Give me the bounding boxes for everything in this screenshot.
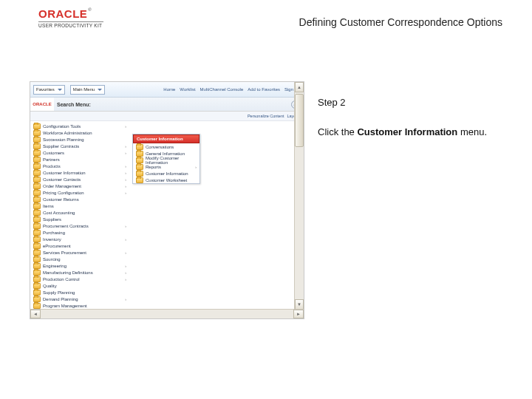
folder-icon bbox=[33, 263, 41, 269]
menu-item-label: Customer Contacts bbox=[43, 177, 81, 182]
menu-item[interactable]: Workforce Administration bbox=[33, 129, 129, 136]
menu-item-label: Order Management bbox=[43, 184, 81, 188]
chevron-right-icon: › bbox=[125, 164, 126, 168]
folder-icon bbox=[33, 236, 41, 242]
scroll-track[interactable] bbox=[295, 147, 304, 299]
folder-icon bbox=[33, 170, 41, 176]
menu-item[interactable]: Pricing Configuration› bbox=[33, 189, 129, 196]
instruction-post: menu. bbox=[457, 126, 487, 137]
folder-icon bbox=[33, 303, 41, 309]
scroll-thumb[interactable] bbox=[295, 94, 304, 147]
app-secondbar: ORACLE Search Menu: ≪ bbox=[30, 98, 304, 112]
menu-item-label: Customer Information bbox=[43, 171, 86, 175]
menu-item[interactable]: Customer Returns bbox=[33, 196, 129, 202]
folder-icon bbox=[33, 163, 41, 169]
folder-icon bbox=[33, 270, 41, 276]
menu-item[interactable]: Cost Accounting bbox=[33, 209, 129, 216]
folder-icon bbox=[33, 177, 41, 183]
folder-icon bbox=[33, 256, 41, 262]
menu-item[interactable]: Succession Planning bbox=[33, 136, 129, 143]
menu-item-label: Cost Accounting bbox=[43, 211, 75, 215]
chevron-right-icon: › bbox=[125, 191, 126, 195]
folder-icon bbox=[33, 216, 41, 222]
instruction-pre: Click the bbox=[318, 126, 357, 137]
submenu-item-label: Customer Worksheet bbox=[146, 178, 187, 183]
folder-icon bbox=[136, 157, 143, 163]
chevron-right-icon: › bbox=[125, 264, 126, 268]
menu-item[interactable]: Inventory› bbox=[33, 236, 129, 242]
menu-item[interactable]: Customer Information› bbox=[33, 169, 129, 176]
chevron-right-icon: › bbox=[125, 124, 126, 129]
app-brand: ORACLE bbox=[30, 98, 54, 111]
menu-item-label: Suppliers bbox=[43, 217, 61, 222]
scroll-right-button[interactable]: ► bbox=[293, 310, 304, 318]
top-nav-links: Home Worklist MultiChannel Console Add t… bbox=[163, 87, 304, 92]
menu-item[interactable]: Sourcing bbox=[33, 256, 129, 262]
menu-item[interactable]: Production Control› bbox=[33, 276, 129, 282]
submenu-item-label: Reports bbox=[146, 165, 161, 169]
menu-item-label: Demand Planning bbox=[43, 297, 78, 301]
menu-item-label: Succession Planning bbox=[43, 137, 84, 142]
scroll-up-button[interactable]: ▲ bbox=[295, 82, 304, 92]
menu-item[interactable]: Suppliers bbox=[33, 216, 129, 222]
menu-item[interactable]: Supply Planning bbox=[33, 289, 129, 296]
menu-item[interactable]: Demand Planning› bbox=[33, 296, 129, 302]
nav-mcc[interactable]: MultiChannel Console bbox=[200, 87, 244, 92]
folder-icon bbox=[136, 144, 143, 150]
menu-item[interactable]: eProcurement bbox=[33, 242, 129, 249]
folder-icon bbox=[33, 276, 41, 282]
menu-item-label: Sourcing bbox=[43, 257, 61, 262]
folder-icon bbox=[33, 150, 41, 156]
menu-item[interactable]: Customer Contacts› bbox=[33, 176, 129, 183]
menu-item[interactable]: Configuration Tools› bbox=[33, 123, 129, 129]
folder-icon bbox=[33, 296, 41, 302]
menu-item[interactable]: Supplier Contracts› bbox=[33, 143, 129, 149]
trademark-symbol: ® bbox=[88, 7, 91, 12]
oracle-logo-subtitle: USER PRODUCTIVITY KIT bbox=[38, 21, 103, 28]
horizontal-scrollbar[interactable]: ◄ ► bbox=[30, 309, 304, 318]
menu-item-label: Items bbox=[43, 204, 54, 208]
menu-item[interactable]: Procurement Contracts› bbox=[33, 222, 129, 229]
app-topbar: Favorites Main Menu Home Worklist MultiC… bbox=[30, 82, 304, 98]
folder-icon bbox=[33, 203, 41, 209]
favorites-dropdown[interactable]: Favorites bbox=[33, 85, 65, 95]
main-menu-dropdown-label: Main Menu bbox=[73, 87, 95, 92]
folder-icon bbox=[33, 183, 41, 189]
nav-home[interactable]: Home bbox=[163, 87, 175, 92]
main-menu-dropdown[interactable]: Main Menu bbox=[70, 85, 106, 95]
submenu-item[interactable]: Customer Information bbox=[133, 170, 200, 177]
menu-item[interactable]: Order Management› bbox=[33, 183, 129, 189]
submenu-item[interactable]: Conversations bbox=[133, 143, 200, 150]
submenu-item-label: Conversations bbox=[146, 145, 174, 149]
menu-item[interactable]: Services Procurement› bbox=[33, 249, 129, 256]
menu-item[interactable]: Partners bbox=[33, 156, 129, 163]
chevron-right-icon: › bbox=[125, 250, 126, 255]
scroll-track[interactable] bbox=[41, 310, 293, 318]
folder-icon bbox=[33, 123, 41, 129]
menu-item[interactable]: Customers› bbox=[33, 149, 129, 156]
folder-icon bbox=[33, 210, 41, 216]
submenu-item[interactable]: Modify Customer Information bbox=[133, 157, 200, 163]
submenu-header[interactable]: Customer Information bbox=[133, 134, 200, 143]
menu-item[interactable]: Items bbox=[33, 202, 129, 209]
favorites-dropdown-label: Favorites bbox=[36, 87, 55, 92]
submenu-item[interactable]: Customer Worksheet bbox=[133, 177, 200, 183]
app-screenshot: Favorites Main Menu Home Worklist MultiC… bbox=[30, 81, 304, 319]
menu-item[interactable]: Program Management bbox=[33, 302, 129, 309]
scroll-left-button[interactable]: ◄ bbox=[30, 310, 41, 318]
chevron-right-icon: › bbox=[125, 184, 126, 188]
nav-worklist[interactable]: Worklist bbox=[180, 87, 195, 92]
menu-item-label: Services Procurement bbox=[43, 250, 86, 255]
menu-item-label: Purchasing bbox=[43, 231, 65, 235]
menu-item[interactable]: Purchasing bbox=[33, 229, 129, 236]
chevron-right-icon: › bbox=[125, 270, 126, 275]
menu-item[interactable]: Engineering› bbox=[33, 262, 129, 269]
menu-item[interactable]: Quality bbox=[33, 282, 129, 289]
vertical-scrollbar[interactable]: ▲ ▼ bbox=[294, 82, 304, 310]
nav-add-fav[interactable]: Add to Favorites bbox=[248, 87, 280, 92]
chevron-right-icon: › bbox=[125, 171, 126, 175]
chevron-right-icon: › bbox=[125, 277, 126, 282]
menu-item[interactable]: Products› bbox=[33, 163, 129, 169]
menu-item[interactable]: Manufacturing Definitions› bbox=[33, 269, 129, 276]
scroll-down-button[interactable]: ▼ bbox=[295, 299, 304, 310]
